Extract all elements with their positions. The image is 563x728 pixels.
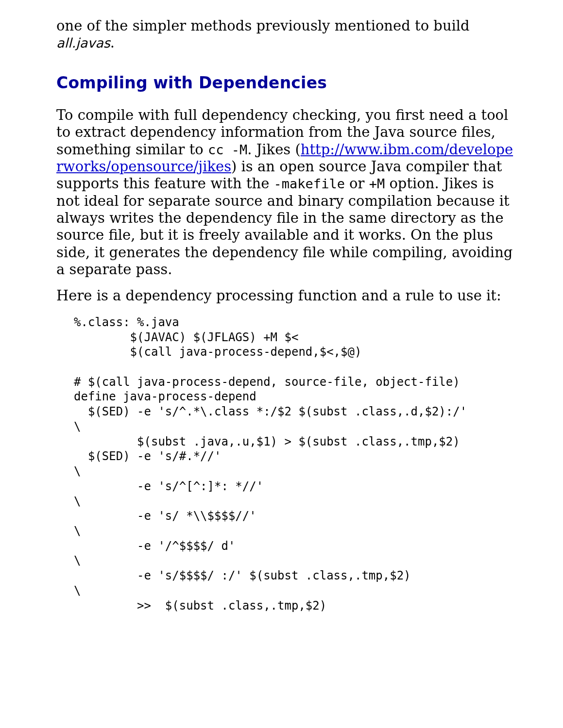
- paragraph-2: Here is a dependency processing function…: [56, 287, 514, 304]
- code-block: %.class: %.java $(JAVAC) $(JFLAGS) +M $<…: [74, 315, 514, 613]
- intro-text-after: .: [110, 34, 115, 51]
- document-page: one of the simpler methods previously me…: [0, 0, 563, 642]
- intro-paragraph: one of the simpler methods previously me…: [56, 17, 514, 52]
- p1-text-2: . Jikes (: [247, 141, 301, 158]
- inline-code-plus-m: +M: [369, 176, 385, 191]
- intro-italic-filename: all.javas: [56, 35, 110, 50]
- inline-code-cc-m: cc -M: [208, 142, 247, 157]
- section-heading: Compiling with Dependencies: [56, 73, 514, 92]
- intro-text-before: one of the simpler methods previously me…: [56, 17, 470, 34]
- inline-code-makefile: -makefile: [274, 176, 345, 191]
- paragraph-1: To compile with full dependency checking…: [56, 107, 514, 279]
- p1-text-4: or: [345, 175, 369, 192]
